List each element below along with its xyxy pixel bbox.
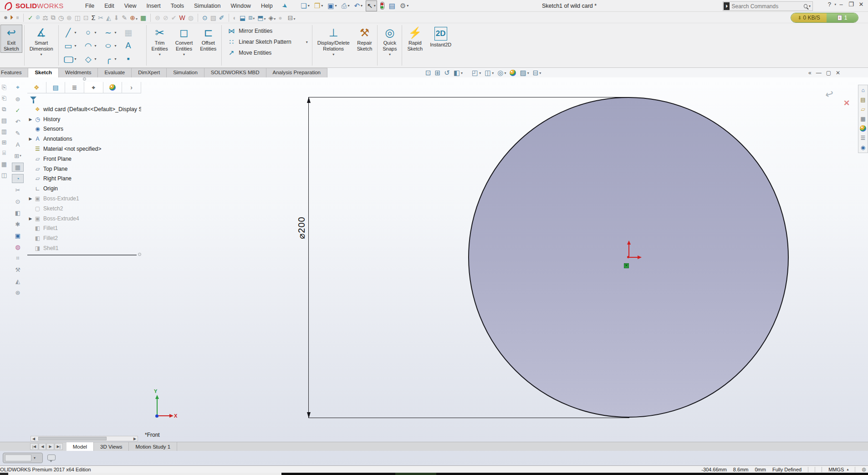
expand-arrow-icon[interactable]: ▶: [27, 137, 34, 141]
menu-window[interactable]: Window: [225, 1, 255, 11]
move-entities-button[interactable]: ↗Move Entities: [227, 49, 307, 57]
arc-tool[interactable]: ◠▾: [83, 39, 103, 52]
side-doc-icon[interactable]: ▤: [0, 116, 8, 125]
search-input[interactable]: [730, 3, 804, 10]
linear-sketch-pattern-button[interactable]: ∷Linear Sketch Pattern▾: [227, 38, 307, 46]
rectangle-tool[interactable]: ▭▾: [63, 39, 83, 52]
side-doc-icon[interactable]: ▥: [0, 127, 8, 136]
pin-icon[interactable]: ➤: [281, 1, 289, 10]
tab-simulation[interactable]: Simulation: [167, 68, 204, 77]
zoom-area-icon[interactable]: ⊞: [435, 69, 441, 77]
screen-capture-icon[interactable]: ⏺: [4, 14, 7, 21]
spline-tool[interactable]: ∼▾: [103, 26, 123, 39]
tab-evaluate[interactable]: Evaluate: [98, 68, 132, 77]
side-doc-icon[interactable]: ◫: [0, 170, 8, 179]
menu-file[interactable]: File: [80, 1, 99, 11]
tree-root-item[interactable]: ❖wild card (Default<<Default>_Display S: [27, 104, 141, 114]
comment-widget[interactable]: ▾: [3, 453, 43, 463]
display-delete-relations-button[interactable]: ⊥Display/Delete Relations▾: [314, 25, 353, 58]
collapse-ribbon-icon[interactable]: «: [808, 70, 812, 76]
doc-restore-button[interactable]: ▢: [826, 70, 831, 76]
menu-insert[interactable]: Insert: [142, 1, 166, 11]
expand-arrow-icon[interactable]: ▶: [27, 216, 34, 221]
side-doc-icon[interactable]: ⎘: [0, 83, 8, 92]
task-list-icon[interactable]: ▤: [388, 0, 397, 11]
dropdown-icon[interactable]: ▾: [332, 52, 334, 56]
graphics-area[interactable]: ⎘⎗⧉▤▥⊞⌸▦◫ ⌖⊚✓↶✎A⊞▾▦◔✂⊙◧✱▣◍⌗⚒◭⊛ ⌀200 ✕ ↩ …: [0, 77, 868, 465]
dimxpertmanager-tab[interactable]: ⌖: [84, 82, 103, 93]
expand-arrow-icon[interactable]: ▶: [27, 117, 34, 122]
dropdown-icon[interactable]: ▾: [274, 17, 276, 21]
restore-button[interactable]: ❐: [846, 1, 856, 8]
dropdown-icon[interactable]: ▾: [264, 17, 266, 21]
quick-snaps-button[interactable]: ◎Quick Snaps▾: [379, 25, 400, 58]
edit-appearance-brush-icon[interactable]: ✐: [219, 14, 225, 21]
globe-export-icon[interactable]: ◍: [188, 14, 194, 21]
dropdown-icon[interactable]: ▾: [335, 4, 337, 8]
dropdown-icon[interactable]: ▾: [75, 31, 77, 35]
dropdown-icon[interactable]: ▾: [41, 52, 42, 56]
tree-item-fillet1[interactable]: ◧Fillet1: [27, 224, 141, 234]
unit-system[interactable]: MMGS: [828, 467, 844, 472]
side-tool-icon[interactable]: ✓: [12, 106, 24, 115]
view-orientation-cube-icon[interactable]: ⬒▾: [257, 14, 266, 21]
menu-help[interactable]: Help: [256, 1, 278, 11]
dimension-extension-bottom[interactable]: [308, 418, 629, 418]
expand-arrow-icon[interactable]: ▶: [27, 196, 34, 201]
print-icon[interactable]: ⎙▾: [340, 0, 351, 11]
edit-appearance-icon-glyph[interactable]: [510, 70, 516, 76]
side-tool-icon[interactable]: ⊛: [12, 288, 24, 297]
draft-analysis-icon[interactable]: ◭: [106, 14, 111, 21]
side-tool-icon[interactable]: ▦: [12, 163, 24, 172]
design-checker-icon[interactable]: ✎: [122, 14, 128, 21]
dropdown-icon[interactable]: ▾: [361, 4, 363, 8]
camera-views-icon[interactable]: ⬓: [240, 14, 245, 21]
close-button[interactable]: ✕: [856, 1, 866, 8]
side-tool-icon[interactable]: ⌗: [12, 254, 24, 263]
suppress-toggle-icon[interactable]: [379, 0, 386, 11]
side-doc-icon[interactable]: ⊞: [0, 138, 8, 147]
instant2d-button[interactable]: 2DInstant2D: [427, 25, 454, 49]
select-tool-icon[interactable]: ↖▾: [366, 0, 377, 11]
help-button[interactable]: ?: [824, 1, 834, 8]
chat-bubble-icon[interactable]: [47, 455, 56, 460]
tree-item-boss-extrude1[interactable]: ▶▣Boss-Extrude1: [27, 194, 141, 204]
check-entity-icon[interactable]: ⊡: [83, 14, 89, 21]
dropdown-icon[interactable]: ▾: [308, 4, 310, 8]
menu-edit[interactable]: Edit: [99, 1, 119, 11]
search-icon[interactable]: [804, 4, 807, 8]
cancel-sketch-icon[interactable]: ✕: [843, 98, 850, 108]
previous-view-icon[interactable]: ↺: [444, 69, 450, 77]
tree-item-sensors[interactable]: ◉Sensors: [27, 124, 141, 134]
dropdown-icon[interactable]: ▾: [389, 52, 391, 56]
dropdown-icon[interactable]: ▾: [95, 44, 97, 48]
repair-sketch-button[interactable]: ⚒Repair Sketch: [354, 25, 376, 53]
edit-appearance-icon[interactable]: [510, 70, 516, 76]
coincident-relation-icon[interactable]: ✕: [624, 263, 629, 268]
tree-item-origin[interactable]: ∟Origin: [27, 184, 141, 194]
side-tool-icon[interactable]: A: [12, 140, 24, 149]
statistics-icon[interactable]: ◫: [75, 14, 81, 21]
search-dropdown-icon[interactable]: ▾: [809, 4, 811, 8]
side-tool-icon[interactable]: ⊙: [12, 197, 24, 206]
trim-entities-button[interactable]: ✂Trim Entities▾: [148, 25, 171, 58]
displaymanager-tab[interactable]: [103, 82, 123, 93]
comment-dropdown-icon[interactable]: ▾: [34, 456, 36, 460]
custom-properties-icon[interactable]: ☰: [859, 134, 867, 142]
dropdown-icon[interactable]: ▾: [479, 71, 481, 75]
tab-solidworks-mbd[interactable]: SOLIDWORKS MBD: [204, 68, 266, 77]
dropdown-icon[interactable]: ▾: [306, 40, 308, 44]
dropdown-icon[interactable]: ▾: [539, 71, 541, 75]
filter-funnel-icon[interactable]: [30, 97, 36, 100]
tags-globe-icon[interactable]: ◍: [862, 466, 866, 472]
equations-icon[interactable]: Σ: [92, 14, 96, 21]
curves-icon[interactable]: ✂: [98, 14, 103, 21]
dropdown-icon[interactable]: ▾: [20, 154, 21, 158]
panel-splitter-handle[interactable]: [83, 77, 86, 81]
dropdown-icon[interactable]: ▾: [253, 16, 255, 20]
smart-dimension-button[interactable]: ∡Smart Dimension▾: [26, 25, 56, 58]
tree-item-sketch2[interactable]: ▢Sketch2: [27, 204, 141, 214]
record-video-icon[interactable]: ⏵: [10, 14, 13, 21]
comment-field[interactable]: [5, 455, 31, 461]
dropdown-icon[interactable]: ▾: [115, 57, 117, 61]
